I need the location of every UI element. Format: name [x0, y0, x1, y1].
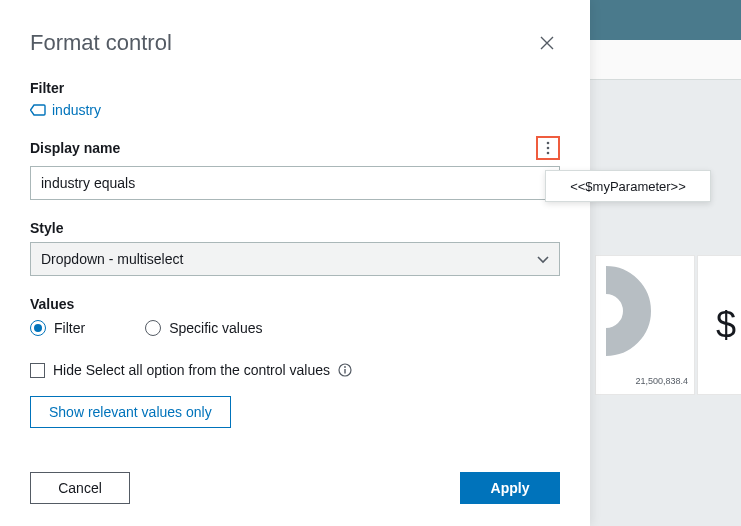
parameter-popover-text: <<$myParameter>> [570, 179, 686, 194]
cancel-label: Cancel [58, 480, 102, 496]
show-relevant-values-label: Show relevant values only [49, 404, 212, 420]
apply-label: Apply [491, 480, 530, 496]
svg-rect-5 [344, 369, 345, 374]
svg-point-0 [547, 142, 550, 145]
values-label: Values [30, 296, 560, 312]
hide-select-all-label: Hide Select all option from the control … [53, 362, 330, 378]
show-relevant-values-button[interactable]: Show relevant values only [30, 396, 231, 428]
radio-label-specific: Specific values [169, 320, 262, 336]
values-radio-specific[interactable]: Specific values [145, 320, 262, 336]
panel-footer: Cancel Apply [30, 472, 560, 504]
radio-icon-checked [30, 320, 46, 336]
display-name-label: Display name [30, 140, 120, 156]
radio-label-filter: Filter [54, 320, 85, 336]
svg-point-4 [344, 366, 346, 368]
svg-point-1 [547, 147, 550, 150]
display-name-input[interactable] [30, 166, 560, 200]
values-radio-filter[interactable]: Filter [30, 320, 85, 336]
apply-button[interactable]: Apply [460, 472, 560, 504]
cancel-button[interactable]: Cancel [30, 472, 130, 504]
style-label: Style [30, 220, 560, 236]
gauge-value: 21,500,838.4 [635, 376, 688, 386]
kebab-icon [546, 141, 550, 155]
panel-title: Format control [30, 30, 560, 56]
filter-label: Filter [30, 80, 560, 96]
parameter-popover[interactable]: <<$myParameter>> [545, 170, 711, 202]
filter-tag[interactable]: industry [30, 102, 101, 118]
currency-widget: $ [697, 255, 741, 395]
info-icon[interactable] [338, 363, 352, 377]
gauge-widget: 21,500,838.4 [595, 255, 695, 395]
svg-point-2 [547, 152, 550, 155]
radio-icon-unchecked [145, 320, 161, 336]
display-name-options-button[interactable] [536, 136, 560, 160]
filter-value: industry [52, 102, 101, 118]
style-select[interactable]: Dropdown - multiselect [30, 242, 560, 276]
chevron-down-icon [537, 251, 549, 267]
tag-icon [30, 104, 46, 116]
close-icon [540, 36, 554, 50]
hide-select-all-checkbox[interactable]: Hide Select all option from the control … [30, 362, 560, 378]
checkbox-icon [30, 363, 45, 378]
style-select-value: Dropdown - multiselect [41, 251, 183, 267]
format-control-panel: Format control Filter industry Display n… [0, 0, 590, 526]
close-button[interactable] [540, 36, 556, 52]
